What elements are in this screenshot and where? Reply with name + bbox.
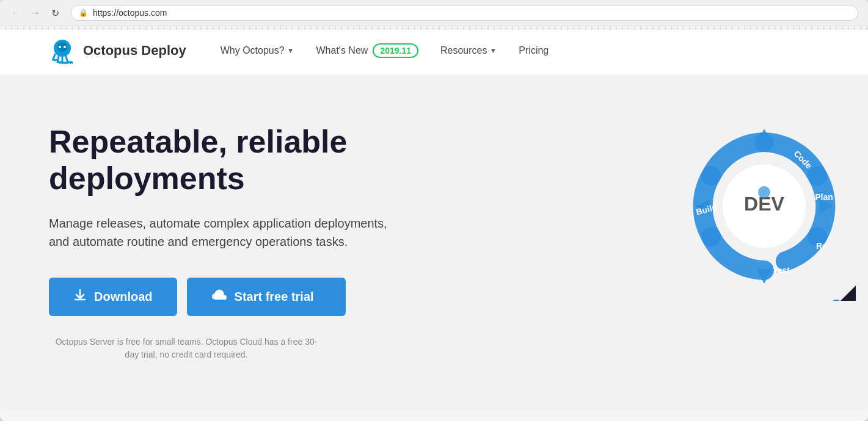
hero-subtitle: Manage releases, automate complex applic… bbox=[49, 214, 403, 251]
browser-nav: ← → ↻ bbox=[10, 7, 61, 19]
lock-icon: 🔒 bbox=[79, 9, 88, 17]
svg-point-11 bbox=[758, 186, 770, 198]
cta-buttons: Download Start free trial bbox=[49, 278, 476, 316]
page-content: Octopus Deploy Why Octopus? ▼ What's New… bbox=[0, 26, 868, 411]
svg-point-3 bbox=[64, 46, 66, 48]
resources-nav[interactable]: Resources ▼ bbox=[431, 40, 506, 61]
pricing-label: Pricing bbox=[519, 45, 549, 56]
why-octopus-nav[interactable]: Why Octopus? ▼ bbox=[211, 40, 304, 61]
url-text: https://octopus.com bbox=[93, 8, 167, 18]
logo-link[interactable]: Octopus Deploy bbox=[49, 37, 186, 64]
nav-links: Why Octopus? ▼ What's New 2019.11 Resour… bbox=[211, 38, 819, 63]
svg-rect-17 bbox=[819, 245, 856, 301]
address-bar[interactable]: 🔒 https://octopus.com bbox=[71, 5, 858, 21]
start-trial-button[interactable]: Start free trial bbox=[187, 278, 346, 316]
svg-text:Plan: Plan bbox=[815, 192, 833, 202]
hero-diagram: DEV Code Plan Re Test Build bbox=[673, 106, 868, 350]
download-label: Download bbox=[94, 290, 153, 304]
version-badge: 2019.11 bbox=[373, 43, 418, 58]
svg-text:Re: Re bbox=[816, 241, 827, 251]
cloud-icon bbox=[211, 289, 227, 304]
devops-cycle-diagram: DEV Code Plan Re Test Build bbox=[673, 106, 856, 301]
whats-new-label: What's New bbox=[316, 45, 368, 56]
browser-window: ← → ↻ 🔒 https://octopus.com bbox=[0, 0, 868, 421]
svg-text:Test: Test bbox=[773, 265, 790, 275]
back-button[interactable]: ← bbox=[10, 7, 22, 19]
octopus-logo-icon bbox=[49, 37, 76, 64]
hero-section: Repeatable, reliable deployments Manage … bbox=[0, 75, 868, 398]
download-icon bbox=[73, 289, 87, 305]
resources-label: Resources bbox=[440, 45, 487, 56]
why-octopus-label: Why Octopus? bbox=[221, 45, 285, 56]
disclaimer-text: Octopus Server is free for small teams. … bbox=[49, 336, 324, 361]
browser-chrome: ← → ↻ 🔒 https://octopus.com bbox=[0, 0, 868, 26]
hero-title: Repeatable, reliable deployments bbox=[49, 124, 476, 197]
logo-text: Octopus Deploy bbox=[83, 43, 186, 59]
reload-button[interactable]: ↻ bbox=[49, 7, 61, 19]
whats-new-nav[interactable]: What's New 2019.11 bbox=[307, 38, 428, 63]
forward-button[interactable]: → bbox=[29, 7, 42, 19]
hero-content: Repeatable, reliable deployments Manage … bbox=[49, 124, 476, 361]
pricing-nav[interactable]: Pricing bbox=[509, 40, 558, 61]
resources-chevron-icon: ▼ bbox=[489, 46, 497, 55]
trial-label: Start free trial bbox=[235, 290, 314, 304]
svg-point-18 bbox=[830, 300, 842, 301]
whats-new-badge: What's New 2019.11 bbox=[316, 43, 418, 58]
chevron-down-icon: ▼ bbox=[287, 46, 294, 55]
site-nav: Octopus Deploy Why Octopus? ▼ What's New… bbox=[0, 26, 868, 75]
download-button[interactable]: Download bbox=[49, 278, 177, 316]
svg-point-2 bbox=[59, 46, 61, 48]
